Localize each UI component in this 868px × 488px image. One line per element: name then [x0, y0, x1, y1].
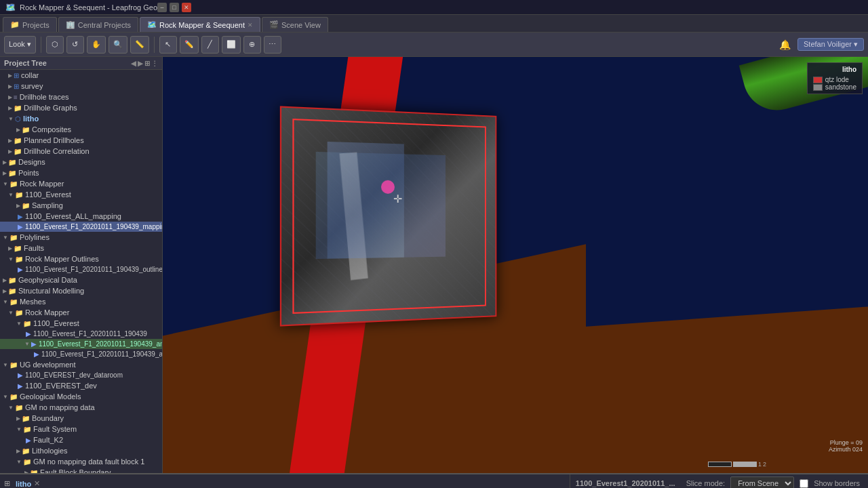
sidebar-item-composites[interactable]: ▶ 📁 Composites [0, 124, 162, 135]
show-borders-checkbox[interactable] [800, 479, 808, 488]
sidebar-item-drillhole-corr[interactable]: ▶ 📁 Drillhole Correlation [0, 146, 162, 157]
tree-filter-icon[interactable]: ⊞ [144, 60, 150, 67]
rock-texture [281, 108, 495, 325]
scale-bar: 1 2 [707, 461, 766, 468]
sidebar-item-f1-annotation[interactable]: ▼ ▶ 1100_Everest_F1_20201011_190439_anno… [0, 339, 162, 349]
sidebar-item-label: Points [18, 169, 39, 177]
toolbar-separator-1 [41, 37, 41, 53]
sidebar-item-planned-drillholes[interactable]: ▶ 📁 Planned Drillholes [0, 135, 162, 146]
sidebar-item-geophysical[interactable]: ▶ 📁 Geophysical Data [0, 274, 162, 285]
legend-color-sandstone [813, 84, 823, 91]
sidebar-item-gm-no-mapping[interactable]: ▼ 📁 GM no mapping data [0, 402, 162, 413]
tab-central-projects[interactable]: 🏢 Central Projects [58, 17, 138, 32]
user-menu-button[interactable]: Stefan Voiliger ▾ [797, 38, 864, 51]
sidebar-item-1100-everest-mesh[interactable]: ▼ 📁 1100_Everest [0, 318, 162, 329]
slice-mode-dropdown[interactable]: From Scene [730, 476, 794, 488]
folder-icon: 📁 [22, 447, 30, 455]
sidebar-item-label: 1100_Everest_ALL_mapping [25, 212, 121, 220]
window-controls: – □ ✕ [157, 3, 191, 12]
sidebar-item-lithologies[interactable]: ▶ 📁 Lithologies [0, 445, 162, 456]
sidebar-item-polylines[interactable]: ▼ 📁 Polylines [0, 232, 162, 243]
tree-collapse-icon[interactable]: ◀ [131, 60, 136, 67]
look-button[interactable]: Look ▾ [4, 36, 36, 54]
sidebar-item-label: 1100_Everest_F1_20201011_190439_mapping [25, 223, 162, 230]
sidebar-item-all-mapping[interactable]: ▶ 1100_Everest_ALL_mapping [0, 211, 162, 222]
tab-projects[interactable]: 📁 Projects [3, 17, 57, 32]
sidebar-item-label: 1100_Everest [25, 190, 71, 199]
tool-shape[interactable]: ⬜ [222, 36, 241, 54]
expand-icon: ▶ [16, 127, 20, 133]
sidebar-item-rm-mesh[interactable]: ▼ 📁 Rock Mapper [0, 307, 162, 318]
expand-icon: ▼ [24, 341, 30, 347]
sidebar-item-drillhole-graphs[interactable]: ▶ 📁 Drillhole Graphs [0, 102, 162, 113]
sidebar-item-geological-models[interactable]: ▼ 📁 Geological Models [0, 391, 162, 402]
sidebar-item-designs[interactable]: ▶ 📁 Designs [0, 157, 162, 167]
sidebar-item-f1-mapping[interactable]: ▶ 1100_Everest_F1_20201011_190439_mappin… [0, 222, 162, 232]
sidebar-item-f1-mesh[interactable]: ▶ 1100_Everest_F1_20201011_190439 [0, 329, 162, 339]
sidebar-item-label: Structural Modelling [18, 287, 84, 295]
close-button[interactable]: ✕ [182, 3, 191, 12]
sidebar-item-sampling[interactable]: ▶ 📁 Sampling [0, 200, 162, 211]
minimize-button[interactable]: – [157, 3, 167, 12]
sidebar-item-collar[interactable]: ▶ ⊞ collar [0, 70, 162, 81]
tab-rockmapper[interactable]: 🗺️ Rock Mapper & Seequent ✕ [140, 17, 260, 32]
sidebar-item-structural[interactable]: ▶ 📁 Structural Modelling [0, 285, 162, 296]
legend-item-sandstone: sandstone [813, 83, 856, 91]
close-litho[interactable]: ✕ [34, 479, 40, 488]
sidebar-item-faults[interactable]: ▶ 📁 Faults [0, 243, 162, 253]
tree-expand-icon[interactable]: ▶ [138, 60, 143, 67]
sidebar-item-points[interactable]: ▶ 📁 Points [0, 167, 162, 178]
folder-icon: 📁 [14, 137, 22, 144]
notification-button[interactable]: 🔔 [775, 39, 795, 50]
data-icon: ▶ [26, 436, 31, 444]
sidebar-item-annotation-child[interactable]: ▶ 1100_Everest_F1_20201011_190439_annota… [0, 349, 162, 359]
sidebar-item-ug-dev[interactable]: ▼ 📁 UG development [0, 359, 162, 370]
expand-icon: ▶ [16, 203, 20, 209]
sidebar-item-meshes[interactable]: ▼ 📁 Meshes [0, 296, 162, 307]
expand-icon: ▶ [8, 73, 12, 79]
tool-pan[interactable]: ✋ [87, 36, 106, 54]
sidebar-item-label: Fault_K2 [33, 436, 63, 444]
tool-rotate[interactable]: ↺ [66, 36, 84, 54]
sidebar-item-rock-mapper[interactable]: ▼ 📁 Rock Mapper [0, 178, 162, 189]
sidebar-item-1100-everest[interactable]: ▼ 📁 1100_Everest [0, 189, 162, 200]
tool-line[interactable]: ╱ [201, 36, 219, 54]
sidebar-item-label: Drillhole Graphs [24, 104, 77, 112]
tool-pointer[interactable]: ↖ [159, 36, 177, 54]
bottom-panel-title: ⊞ [4, 479, 10, 488]
sidebar-item-litho[interactable]: ▼ ⬡ litho [0, 113, 162, 124]
maximize-button[interactable]: □ [170, 3, 179, 12]
tool-zoom[interactable]: 🔍 [108, 36, 127, 54]
sidebar-item-label: litho [23, 115, 39, 123]
tool-measure[interactable]: 📏 [130, 36, 149, 54]
tool-extra[interactable]: ⊕ [243, 36, 261, 54]
sidebar-item-dev-dataroom[interactable]: ▶ 1100_EVEREST_dev_dataroom [0, 370, 162, 380]
sidebar-item-fault-system[interactable]: ▼ 📁 Fault System [0, 424, 162, 434]
sidebar-item-drillhole-traces[interactable]: ▶ ≡ Drillhole traces [0, 92, 162, 102]
tool-select[interactable]: ⬡ [46, 36, 64, 54]
expand-icon: ▶ [8, 148, 12, 155]
pink-marker [381, 180, 395, 194]
3d-viewport[interactable]: litho qtz lode sandstone Plunge = 09 Azi… [163, 57, 868, 473]
tree-options-icon[interactable]: ⋮ [151, 60, 158, 67]
sidebar-item-boundary[interactable]: ▶ 📁 Boundary [0, 413, 162, 424]
tab-bar: 📁 Projects 🏢 Central Projects 🗺️ Rock Ma… [0, 15, 868, 33]
tool-draw[interactable]: ✏️ [180, 36, 199, 54]
tool-more[interactable]: ⋯ [264, 36, 281, 54]
folder-icon: 📁 [22, 202, 30, 209]
sidebar-item-everest-outline[interactable]: ▶ 1100_Everest_F1_20201011_190439_outlin… [0, 264, 162, 274]
sidebar-item-survey[interactable]: ▶ ⊞ survey [0, 81, 162, 92]
sidebar-item-fault-block-boundary[interactable]: ▶ 📁 Fault Block Boundary [0, 467, 162, 473]
tab-scene[interactable]: 🎬 Scene View [262, 17, 328, 32]
sidebar-item-dev[interactable]: ▶ 1100_EVEREST_dev [0, 380, 162, 391]
sidebar-item-gm-fault-block[interactable]: ▼ 📁 GM no mapping data fault block 1 [0, 456, 162, 467]
sidebar-item-label: Lithologies [32, 447, 68, 455]
folder-icon: 📁 [8, 287, 16, 295]
folder-icon: 📁 [9, 393, 18, 401]
sidebar-item-rm-outlines[interactable]: ▼ 📁 Rock Mapper Outlines [0, 253, 162, 264]
expand-icon: ▶ [8, 245, 12, 251]
sidebar-item-fault-k2[interactable]: ▶ Fault_K2 [0, 434, 162, 445]
tab-rockmapper-close[interactable]: ✕ [248, 22, 253, 28]
app-icon: 🗺️ [5, 3, 16, 12]
sidebar-item-label: collar [21, 71, 39, 79]
